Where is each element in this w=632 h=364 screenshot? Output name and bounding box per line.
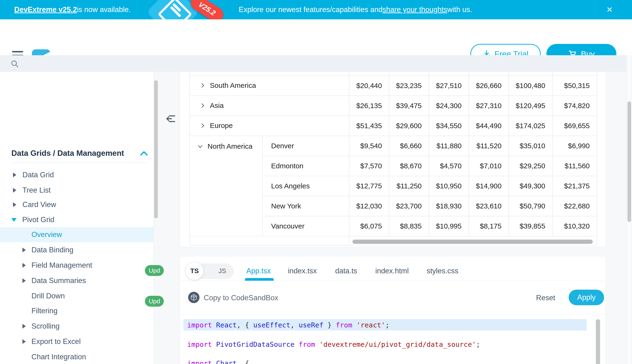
tab-index-tsx[interactable]: index.tsx <box>288 267 317 275</box>
code-line-3[interactable]: import Chart, { <box>187 359 249 364</box>
data-cell[interactable]: $20,440 <box>349 76 389 96</box>
row-header-cell[interactable]: Edmonton <box>263 156 349 176</box>
sidebar-item-data-grid[interactable]: Data Grid Upd <box>13 167 54 182</box>
row-header-cell-north-america[interactable]: North America <box>190 136 263 236</box>
data-cell[interactable]: $7,010 <box>469 156 509 176</box>
data-cell[interactable]: $14,900 <box>469 176 509 196</box>
data-cell[interactable]: $6,075 <box>349 216 389 236</box>
data-cell[interactable]: $11,520 <box>469 136 509 156</box>
sidebar-item-pivot-grid[interactable]: Pivot Grid <box>11 212 54 227</box>
row-header-cell[interactable]: South America <box>190 76 349 96</box>
banner-version-link[interactable]: DevExtreme v25.2 <box>14 6 77 14</box>
ts-js-toggle[interactable]: TS JS <box>187 264 234 279</box>
sidebar-item-filtering[interactable]: Filtering <box>32 303 57 318</box>
expand-row-icon[interactable] <box>199 82 206 88</box>
tab-styles-css[interactable]: styles.css <box>427 267 458 275</box>
sidebar-section-data-grids[interactable]: Data Grids / Data Management <box>11 149 124 158</box>
row-header-cell[interactable]: Asia <box>190 96 349 116</box>
data-cell[interactable]: $50,790 <box>509 196 553 216</box>
row-header-cell[interactable]: Vancouver <box>263 216 349 236</box>
data-cell[interactable]: $34,550 <box>429 116 469 136</box>
tab-data-ts[interactable]: data.ts <box>335 267 357 275</box>
data-cell[interactable]: $26,135 <box>349 96 389 116</box>
sidebar-item-chart-integration[interactable]: Chart Integration <box>32 349 86 364</box>
code-line-1[interactable]: import React, { useEffect, useRef } from… <box>187 321 389 329</box>
data-cell[interactable]: $27,310 <box>469 96 509 116</box>
collapse-sidebar-icon[interactable] <box>166 114 176 123</box>
js-toggle-label[interactable]: JS <box>219 267 226 275</box>
row-header-cell[interactable]: Los Angeles <box>263 176 349 196</box>
share-your-thoughts-link[interactable]: share your thoughts <box>382 6 447 14</box>
data-cell[interactable]: $7,570 <box>349 156 389 176</box>
data-cell[interactable]: $11,880 <box>429 136 469 156</box>
data-cell[interactable]: $44,490 <box>469 116 509 136</box>
apply-button[interactable]: Apply <box>569 290 604 305</box>
data-cell[interactable]: $39,475 <box>389 96 429 116</box>
data-cell[interactable]: $23,610 <box>469 196 509 216</box>
banner-close-icon[interactable]: ✕ <box>604 4 615 15</box>
data-cell[interactable]: $174,025 <box>509 116 553 136</box>
sidebar-item-drill-down[interactable]: Drill Down <box>32 288 65 304</box>
tab-index-html[interactable]: index.html <box>375 267 409 275</box>
sidebar-item-export-to-excel[interactable]: Export to Excel <box>23 334 81 349</box>
data-cell[interactable]: $69,655 <box>553 116 597 136</box>
tab-app-tsx[interactable]: App.tsx <box>246 267 271 275</box>
sidebar-item-scrolling[interactable]: Scrolling <box>23 319 60 334</box>
sidebar-item-field-management[interactable]: Field Management <box>23 258 92 273</box>
data-cell[interactable]: $51,435 <box>349 116 389 136</box>
data-cell[interactable]: $8,670 <box>389 156 429 176</box>
data-cell[interactable]: $23,700 <box>389 196 429 216</box>
data-cell[interactable]: $10,950 <box>429 176 469 196</box>
data-cell[interactable]: $27,510 <box>429 76 469 96</box>
data-cell[interactable]: $22,680 <box>553 196 597 216</box>
code-scrollbar-thumb[interactable] <box>596 319 600 364</box>
page-scrollbar-thumb[interactable] <box>627 102 631 222</box>
data-cell[interactable]: $21,375 <box>553 176 597 196</box>
row-header-cell[interactable]: New York <box>263 196 349 216</box>
data-cell[interactable]: $8,175 <box>469 216 509 236</box>
sidebar-item-data-binding[interactable]: Data Binding <box>23 242 74 258</box>
data-cell[interactable]: $100,480 <box>509 76 553 96</box>
data-cell[interactable]: $11,560 <box>553 156 597 176</box>
data-cell[interactable]: $49,300 <box>509 176 553 196</box>
data-cell[interactable]: $26,660 <box>469 76 509 96</box>
row-header-cell[interactable]: Europe <box>190 116 349 136</box>
data-cell[interactable]: $39,855 <box>509 216 553 236</box>
data-cell[interactable]: $74,820 <box>553 96 597 116</box>
data-cell[interactable]: $29,250 <box>509 156 553 176</box>
table-hscrollbar-track[interactable] <box>349 236 597 246</box>
ts-toggle-knob[interactable]: TS <box>185 262 203 280</box>
expand-row-icon[interactable] <box>199 122 206 129</box>
data-cell[interactable]: $24,300 <box>429 96 469 116</box>
data-cell[interactable]: $120,495 <box>509 96 553 116</box>
data-cell[interactable]: $10,995 <box>429 216 469 236</box>
copy-to-codesandbox-button[interactable]: Copy to CodeSandBox <box>204 294 278 302</box>
data-cell[interactable]: $18,930 <box>429 196 469 216</box>
codesandbox-icon[interactable] <box>188 292 199 303</box>
table-hscrollbar-thumb[interactable] <box>352 240 593 244</box>
data-cell[interactable]: $10,320 <box>553 216 597 236</box>
data-cell[interactable]: $23,235 <box>389 76 429 96</box>
data-cell[interactable]: $50,315 <box>553 76 597 96</box>
collapse-row-icon[interactable] <box>197 143 203 150</box>
data-cell[interactable]: $8,835 <box>389 216 429 236</box>
sidebar-item-card-view[interactable]: Card View <box>13 197 56 212</box>
sidebar-item-overview[interactable]: Overview <box>0 227 154 242</box>
data-cell[interactable]: $12,775 <box>349 176 389 196</box>
sidebar-item-data-summaries[interactable]: Data Summaries <box>23 273 86 288</box>
data-cell[interactable]: $35,010 <box>509 136 553 156</box>
code-line-2[interactable]: import PivotGridDataSource from 'devextr… <box>187 340 480 348</box>
reset-button[interactable]: Reset <box>536 294 555 302</box>
data-cell[interactable]: $29,600 <box>389 116 429 136</box>
data-cell[interactable]: $4,570 <box>429 156 469 176</box>
data-cell[interactable]: $11,250 <box>389 176 429 196</box>
sidebar-item-tree-list[interactable]: Tree List Upd <box>13 183 51 198</box>
data-cell[interactable]: $12,030 <box>349 196 389 216</box>
expand-row-icon[interactable] <box>199 102 206 108</box>
data-cell[interactable]: $6,660 <box>389 136 429 156</box>
data-cell[interactable]: $6,990 <box>553 136 597 156</box>
sidebar-scrollbar[interactable] <box>154 80 158 218</box>
row-header-cell[interactable]: Denver <box>263 136 349 156</box>
data-cell[interactable]: $9,540 <box>349 136 389 156</box>
chevron-up-icon[interactable] <box>140 150 148 156</box>
